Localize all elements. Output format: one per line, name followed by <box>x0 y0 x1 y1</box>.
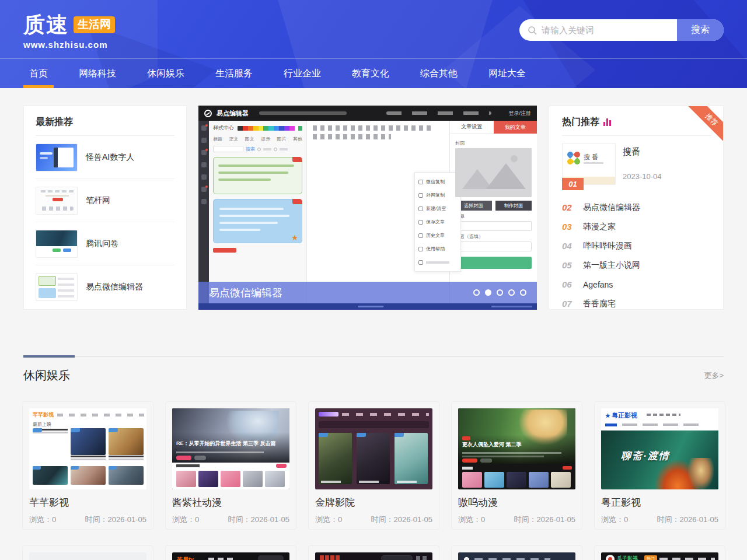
search-bar: 搜索 <box>519 19 724 41</box>
tab-my-articles: 我的文章 <box>494 121 537 134</box>
hot-featured-item[interactable]: 搜番 01 搜番 2023-10-04 <box>562 142 711 198</box>
hot-panel: 推荐 热门推荐 搜番 01 搜番 2023-10-04 02 易点微信编辑器 <box>549 106 724 310</box>
logo-url: www.shzhisu.com <box>23 40 115 50</box>
site-card-qianqian[interactable]: 芊芊影视 最新上映 芊芊影视 浏览：0 时间：2026-01-05 <box>22 401 153 530</box>
latest-item-bigan[interactable]: 笔杆网 <box>36 179 174 222</box>
editor-side-rail <box>198 121 209 303</box>
carousel-caption-bar: 易点微信编辑器 <box>198 282 537 303</box>
cover-placeholder-image <box>455 148 532 197</box>
carousel-dot[interactable] <box>497 289 503 296</box>
latest-item-yidian-editor[interactable]: 易点微信编辑器 <box>36 265 174 309</box>
latest-title: 最新推荐 <box>36 106 174 135</box>
card-title: 芊芊影视 <box>29 496 146 509</box>
style-search-row: 搜索 <box>213 146 302 152</box>
site-card-guazi[interactable]: 瓜子影视 热门 <box>594 545 725 560</box>
card-time: 时间：2026-01-05 <box>371 514 433 525</box>
bar-chart-icon <box>603 118 611 126</box>
hot-item-label: 第一版主小说网 <box>583 260 640 271</box>
nav-item-misc[interactable]: 综合其他 <box>414 59 463 88</box>
tab-article-settings: 文章设置 <box>450 121 494 134</box>
site-card-jinpai[interactable]: 金牌影院 浏览：0 时间：2026-01-05 <box>308 401 439 530</box>
latest-thumbnail <box>36 230 78 258</box>
card-thumbnail: 更衣人偶坠入爱河 第二季 <box>458 408 575 489</box>
hot-item[interactable]: 06 Agefans <box>562 275 711 294</box>
site-card[interactable] <box>22 545 153 560</box>
site-card-jiangzishe[interactable]: RE：从零开始的异世界生活 第三季 反击篇 酱紫社动漫 浏览：0 时间：2026… <box>165 401 296 530</box>
search-button[interactable]: 搜索 <box>677 19 724 41</box>
logo-text: 质速 <box>23 14 69 36</box>
carousel-dot[interactable] <box>508 289 515 296</box>
nav-item-industry[interactable]: 行业企业 <box>278 59 327 88</box>
leisure-section: 休闲娱乐 更多> <box>23 356 724 383</box>
hot-item[interactable]: 02 易点微信编辑器 <box>562 198 711 217</box>
carousel-dot[interactable] <box>520 289 526 296</box>
editor-login-link: 登录/注册 <box>508 110 531 117</box>
card-time: 时间：2026-01-05 <box>514 514 576 525</box>
card-thumbnail <box>29 552 146 560</box>
latest-item-label: 易点微信编辑器 <box>86 282 143 292</box>
site-card[interactable] <box>308 545 439 560</box>
hot-item[interactable]: 07 香香腐宅 <box>562 294 711 310</box>
latest-item-label: 笔杆网 <box>86 195 110 206</box>
card-time: 时间：2026-01-05 <box>85 514 147 525</box>
latest-item-tencent-survey[interactable]: 腾讯问卷 <box>36 222 174 265</box>
search-icon <box>528 26 537 35</box>
nav-item-education[interactable]: 教育文化 <box>346 59 395 88</box>
latest-item-monster-ai[interactable]: 怪兽AI数字人 <box>36 136 174 179</box>
save-article-button <box>455 257 532 269</box>
card-thumbnail <box>315 552 432 560</box>
rank-badge: 01 <box>562 178 584 190</box>
hot-item-label: Agefans <box>583 280 613 289</box>
latest-thumbnail <box>36 144 78 172</box>
nav-item-tech[interactable]: 网络科技 <box>73 59 122 88</box>
editor-topbar-menu <box>386 111 491 115</box>
search-input[interactable] <box>537 19 677 41</box>
section-divider <box>23 356 724 357</box>
latest-item-label: 怪兽AI数字人 <box>86 152 134 163</box>
sofan-logo-text: 搜番 <box>584 153 600 162</box>
editor-topbar: 易点编辑器 登录/注册 <box>198 106 537 121</box>
card-thumbnail <box>458 552 575 560</box>
carousel-banner[interactable]: 易点编辑器 登录/注册 样式中心 标题 正文 图文 <box>198 106 537 310</box>
nav-item-sites[interactable]: 网址大全 <box>483 59 532 88</box>
card-views: 浏览：0 <box>29 514 56 525</box>
site-card-yuezheng[interactable]: 粤正影视 聊斋·渡情 粤正影视 浏览：0 时间：2026-01-05 <box>594 401 725 530</box>
latest-thumbnail <box>36 273 78 301</box>
nav-item-leisure[interactable]: 休闲娱乐 <box>141 59 190 88</box>
hot-item-label: 香香腐宅 <box>583 299 616 309</box>
editor-toolbar-row <box>313 125 433 131</box>
carousel-dot[interactable] <box>473 289 480 296</box>
nav-item-life[interactable]: 生活服务 <box>210 59 259 88</box>
main-content: 最新推荐 怪兽AI数字人 笔杆网 腾讯问卷 易点微信编辑器 <box>0 106 747 310</box>
hot-featured-title: 搜番 <box>623 146 640 158</box>
card-views: 浏览：0 <box>315 514 342 525</box>
style-sample-green <box>213 157 302 194</box>
card-title: 粤正影视 <box>601 496 718 509</box>
style-sample-blue: ★ <box>213 199 302 243</box>
card-views: 浏览：0 <box>172 514 199 525</box>
hot-item[interactable]: 03 韩漫之家 <box>562 217 711 236</box>
hot-rank: 05 <box>562 260 576 270</box>
hot-item-label: 哔咔哔咔漫画 <box>583 241 632 251</box>
card-thumbnail: 芊芊影视 最新上映 <box>29 408 146 489</box>
site-card-mgtv[interactable]: 芒果tv <box>165 545 296 560</box>
hot-rank: 04 <box>562 241 576 251</box>
hot-item[interactable]: 04 哔咔哔咔漫画 <box>562 236 711 256</box>
site-card[interactable] <box>451 545 582 560</box>
cover-label: 封面 <box>455 140 532 146</box>
editor-style-panel: 样式中心 标题 正文 图文 提示 图片 其他 搜索 <box>209 121 307 303</box>
site-card-aowu[interactable]: 更衣人偶坠入爱河 第二季 嗷呜动漫 浏览：0 时间：2026-01-05 <box>451 401 582 530</box>
more-link[interactable]: 更多> <box>704 370 724 381</box>
card-thumbnail <box>315 408 432 489</box>
hot-rank: 06 <box>562 279 576 289</box>
site-logo[interactable]: 质速 生活网 www.shzhisu.com <box>23 14 115 50</box>
sofan-logo-icon <box>567 152 580 164</box>
carousel-dot-active[interactable] <box>485 289 491 296</box>
nav-item-home[interactable]: 首页 <box>23 59 54 88</box>
editor-topbar-note <box>259 111 347 115</box>
hot-item[interactable]: 05 第一版主小说网 <box>562 256 711 275</box>
make-cover-button: 制作封面 <box>495 201 532 211</box>
card-views: 浏览：0 <box>458 514 485 525</box>
hot-rank: 07 <box>562 299 576 309</box>
style-center-label: 样式中心 <box>213 124 234 132</box>
